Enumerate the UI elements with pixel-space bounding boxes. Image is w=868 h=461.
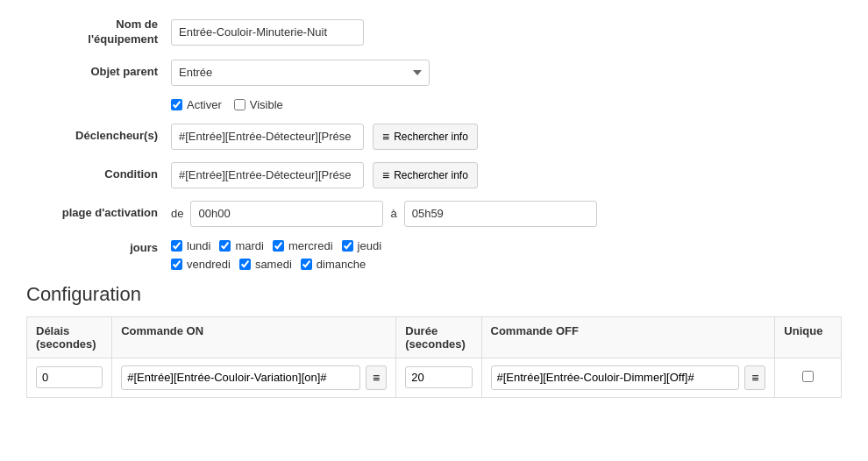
activer-group: Activer (171, 98, 222, 111)
nom-row: Nom del'équipement (26, 18, 842, 47)
header-commande-off: Commande OFF (481, 316, 775, 358)
condition-input[interactable] (171, 162, 364, 188)
declencheurs-label: Déclencheur(s) (26, 129, 171, 144)
jours-row: jours lundi mardi mercredi jeudi (26, 239, 842, 271)
list-icon-off (751, 371, 758, 385)
commande-on-cell (121, 365, 387, 390)
dimanche-checkbox[interactable] (301, 259, 312, 270)
plage-a-label: à (390, 207, 396, 220)
commande-on-btn[interactable] (366, 365, 387, 390)
jours-row-1: lundi mardi mercredi jeudi (171, 239, 381, 252)
visible-label: Visible (250, 98, 283, 111)
plage-row: plage d'activation de à (26, 201, 842, 227)
activer-label: Activer (187, 98, 222, 111)
mardi-checkbox[interactable] (219, 240, 231, 252)
declencheurs-rechercher-btn[interactable]: Rechercher info (373, 124, 478, 150)
commande-on-input[interactable] (121, 365, 360, 390)
vendredi-label: vendredi (187, 258, 231, 271)
mercredi-checkbox[interactable] (273, 240, 284, 252)
jour-jeudi: jeudi (342, 239, 381, 252)
jeudi-checkbox[interactable] (342, 240, 353, 252)
jour-mardi: mardi (219, 239, 264, 252)
vendredi-checkbox[interactable] (171, 259, 182, 270)
visible-group: Visible (234, 98, 283, 111)
objet-parent-label: Objet parent (26, 65, 171, 80)
config-table: Délais(secondes) Commande ON Durée(secon… (26, 316, 842, 398)
jour-mercredi: mercredi (273, 239, 333, 252)
objet-parent-row: Objet parent Entrée (26, 60, 842, 86)
condition-rechercher-btn[interactable]: Rechercher info (373, 162, 478, 188)
dimanche-label: dimanche (317, 258, 366, 271)
list-icon (382, 130, 389, 144)
plage-label: plage d'activation (26, 206, 171, 221)
config-section: Configuration Délais(secondes) Commande … (26, 283, 842, 398)
jeudi-label: jeudi (358, 239, 381, 252)
table-row (27, 358, 842, 397)
lundi-checkbox[interactable] (171, 240, 182, 252)
cell-duree (396, 358, 481, 397)
declencheurs-row: Déclencheur(s) Rechercher info (26, 124, 842, 150)
jour-lundi: lundi (171, 239, 210, 252)
header-commande-on: Commande ON (112, 316, 396, 358)
jours-row-2: vendredi samedi dimanche (171, 258, 381, 271)
commande-off-btn[interactable] (744, 365, 765, 390)
list-icon-2 (382, 168, 389, 182)
table-header-row: Délais(secondes) Commande ON Durée(secon… (27, 316, 842, 358)
activer-checkbox[interactable] (171, 99, 182, 110)
nom-label: Nom del'équipement (26, 18, 171, 47)
header-unique: Unique (775, 316, 842, 358)
duree-input[interactable] (405, 366, 472, 388)
delais-input[interactable] (36, 366, 103, 388)
jour-vendredi: vendredi (171, 258, 231, 271)
jour-dimanche: dimanche (301, 258, 366, 271)
commande-off-cell (491, 365, 766, 390)
cell-commande-on (112, 358, 396, 397)
samedi-checkbox[interactable] (239, 259, 251, 270)
plage-de-label: de (171, 207, 183, 220)
cell-delais (27, 358, 112, 397)
mardi-label: mardi (235, 239, 264, 252)
declencheurs-input[interactable] (171, 124, 364, 150)
plage-end-input[interactable] (404, 201, 597, 227)
config-title: Configuration (26, 283, 842, 306)
commande-off-input[interactable] (491, 365, 740, 390)
plage-inputs: de à (171, 201, 597, 227)
cell-unique (775, 358, 842, 397)
lundi-label: lundi (187, 239, 210, 252)
condition-label: Condition (26, 167, 171, 182)
list-icon-on (373, 371, 380, 385)
plage-start-input[interactable] (190, 201, 383, 227)
mercredi-label: mercredi (288, 239, 333, 252)
header-delais: Délais(secondes) (27, 316, 112, 358)
objet-parent-select[interactable]: Entrée (171, 60, 430, 86)
header-duree: Durée(secondes) (396, 316, 481, 358)
unique-checkbox[interactable] (802, 371, 814, 382)
jour-samedi: samedi (239, 258, 292, 271)
samedi-label: samedi (255, 258, 292, 271)
jours-container: lundi mardi mercredi jeudi ven (171, 239, 381, 271)
form-section: Nom del'équipement Objet parent Entrée A… (26, 18, 842, 271)
condition-row: Condition Rechercher info (26, 162, 842, 188)
jours-label: jours (26, 239, 171, 256)
nom-input[interactable] (171, 19, 364, 46)
visible-checkbox[interactable] (234, 99, 245, 110)
activer-visible-row: Activer Visible (26, 98, 842, 111)
cell-commande-off (481, 358, 775, 397)
